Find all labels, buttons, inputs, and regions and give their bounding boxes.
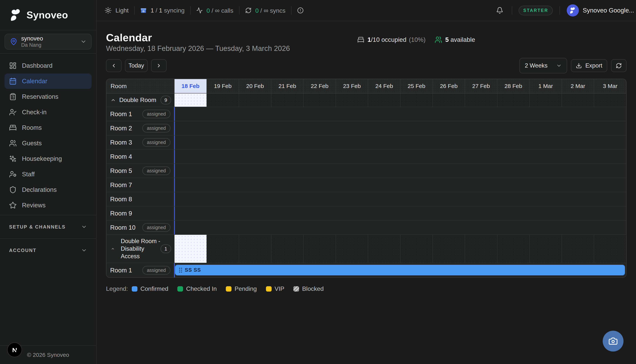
group-day-cell[interactable] [368, 94, 400, 107]
room-row: Room 10assigned [106, 220, 626, 235]
property-selector[interactable]: synoveo Da Nang [5, 34, 92, 50]
notifications-button[interactable] [494, 5, 505, 16]
today-indicator-line [174, 192, 175, 206]
today-indicator-line [174, 220, 175, 234]
sidebar-item-calendar[interactable]: Calendar [5, 74, 92, 89]
group-day-cell[interactable] [174, 94, 207, 107]
assigned-badge: assigned [142, 166, 170, 175]
room-timeline-lane[interactable] [174, 206, 626, 220]
export-button[interactable]: Export [571, 59, 607, 72]
bed-icon [357, 36, 365, 44]
refresh-icon [616, 62, 622, 69]
group-day-cell[interactable] [368, 235, 400, 263]
group-day-cell[interactable] [303, 94, 336, 107]
date-header-25-feb: 25 Feb [400, 79, 432, 93]
group-day-cell[interactable] [497, 235, 529, 263]
sidebar-item-label: Reviews [22, 202, 46, 209]
theme-toggle[interactable]: Light [105, 7, 129, 14]
room-timeline-lane[interactable] [174, 220, 626, 234]
user-check-icon [9, 108, 17, 116]
group-day-cell[interactable] [529, 94, 562, 107]
room-group-toggle[interactable]: Double Room -DisabilityAccess1 [106, 235, 174, 263]
room-timeline-lane[interactable] [174, 136, 626, 149]
reservation-bar[interactable]: SS SS [175, 265, 625, 276]
chevron-down-icon [556, 63, 562, 68]
today-button[interactable]: Today [125, 59, 148, 72]
legend-swatch [293, 286, 299, 292]
room-timeline-lane[interactable] [174, 192, 626, 206]
group-day-cell[interactable] [465, 94, 497, 107]
nextjs-dev-badge[interactable] [7, 342, 22, 357]
sidebar-section-account[interactable]: ACCOUNT [0, 238, 96, 262]
room-timeline-lane[interactable] [174, 164, 626, 178]
legend-swatch [226, 286, 232, 292]
room-timeline-lane[interactable] [174, 178, 626, 192]
group-day-cell[interactable] [562, 235, 594, 263]
group-day-cell[interactable] [594, 235, 626, 263]
group-day-cell[interactable] [174, 235, 207, 263]
synoveo-logo-icon [9, 8, 23, 22]
room-timeline-lane[interactable] [174, 150, 626, 164]
sidebar-item-dashboard[interactable]: Dashboard [5, 58, 92, 74]
account-name: Synoveo Google... [583, 7, 634, 14]
group-day-cell[interactable] [336, 94, 368, 107]
room-name-cell: Room 8 [106, 192, 174, 206]
drag-handle-icon[interactable] [179, 268, 182, 272]
group-day-cell[interactable] [465, 235, 497, 263]
assigned-badge: assigned [142, 138, 170, 146]
group-day-cell[interactable] [271, 235, 303, 263]
group-day-cell[interactable] [271, 94, 303, 107]
group-day-cell[interactable] [432, 235, 465, 263]
calendar-grid: Room18 Feb19 Feb20 Feb21 Feb22 Feb23 Feb… [106, 79, 626, 278]
sidebar: Synoveo synoveo Da Nang DashboardCalenda… [0, 0, 97, 364]
sidebar-item-reservations[interactable]: Reservations [5, 89, 92, 104]
group-day-cell[interactable] [529, 235, 562, 263]
range-select[interactable]: 2 Weeks [519, 58, 567, 74]
prev-period-button[interactable] [106, 59, 122, 72]
legend-label: Pending [235, 285, 257, 292]
sidebar-section-setup-channels[interactable]: SETUP & CHANNELS [0, 215, 96, 238]
room-timeline-lane[interactable]: SS SS [174, 263, 626, 277]
group-day-cell[interactable] [400, 94, 432, 107]
account-avatar[interactable] [567, 4, 579, 16]
group-day-cell[interactable] [562, 94, 594, 107]
room-name-cell: Room 1assigned [106, 263, 174, 277]
sidebar-item-housekeeping[interactable]: Housekeeping [5, 151, 92, 166]
group-day-cell[interactable] [303, 235, 336, 263]
content: Calendar Wednesday, 18 February 2026 — T… [97, 21, 636, 364]
synoveo-avatar-icon [569, 7, 576, 14]
group-day-cell[interactable] [207, 235, 239, 263]
sidebar-item-check-in[interactable]: Check-in [5, 104, 92, 120]
bell-icon [496, 7, 503, 14]
group-day-cell[interactable] [207, 94, 239, 107]
sidebar-item-rooms[interactable]: Rooms [5, 120, 92, 136]
room-group-row: Double Room9 [106, 94, 626, 107]
group-day-cell[interactable] [336, 235, 368, 263]
group-day-cell[interactable] [594, 94, 626, 107]
refresh-button[interactable] [611, 59, 626, 72]
group-day-cell[interactable] [239, 94, 271, 107]
room-group-toggle[interactable]: Double Room9 [106, 94, 174, 107]
room-group-name: Double Room -DisabilityAccess [118, 238, 157, 260]
plan-badge[interactable]: STARTER [519, 6, 553, 15]
screenshot-fab[interactable] [603, 331, 623, 352]
group-day-cell[interactable] [497, 94, 529, 107]
date-header-26-feb: 26 Feb [432, 79, 465, 93]
property-location: Da Nang [21, 42, 77, 48]
info-indicator[interactable] [297, 7, 304, 14]
next-period-button[interactable] [151, 59, 167, 72]
group-day-cell[interactable] [239, 235, 271, 263]
sidebar-item-declarations[interactable]: Declarations [5, 182, 92, 198]
app-root: Synoveo synoveo Da Nang DashboardCalenda… [0, 0, 636, 364]
group-day-cell[interactable] [432, 94, 465, 107]
sidebar-item-guests[interactable]: Guests [5, 136, 92, 151]
group-day-cell[interactable] [400, 235, 432, 263]
room-timeline-lane[interactable] [174, 107, 626, 121]
room-group-name: Double Room [119, 96, 157, 104]
room-column-header: Room [106, 79, 174, 93]
date-header-21-feb: 21 Feb [271, 79, 303, 93]
room-name: Room 10 [110, 224, 142, 231]
room-timeline-lane[interactable] [174, 121, 626, 135]
sidebar-item-reviews[interactable]: Reviews [5, 198, 92, 213]
sidebar-item-staff[interactable]: Staff [5, 166, 92, 182]
